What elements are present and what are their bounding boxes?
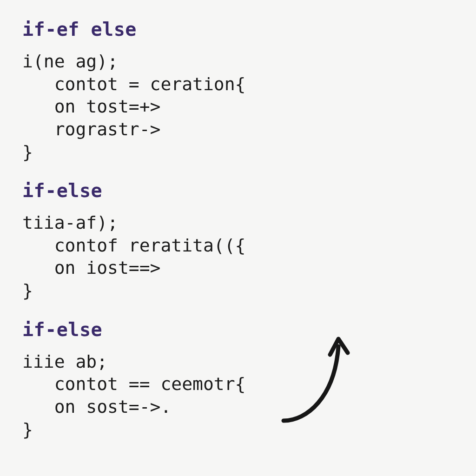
block-code: tiia-af); contof reratita(({ on iost==> … <box>22 212 457 302</box>
block-heading: if-else <box>22 319 457 340</box>
code-block-1: if-ef else i(ne ag); contot = ceration{ … <box>22 19 457 163</box>
document-page: if-ef else i(ne ag); contot = ceration{ … <box>0 0 476 476</box>
block-heading: if-ef else <box>22 19 457 40</box>
curved-arrow-icon <box>274 328 358 430</box>
block-heading: if-else <box>22 180 457 201</box>
block-code: iiie ab; contot == ceemotr{ on sost=->. … <box>22 350 457 441</box>
code-block-2: if-else tiia-af); contof reratita(({ on … <box>22 180 457 302</box>
block-code: i(ne ag); contot = ceration{ on tost=+> … <box>22 50 457 163</box>
code-block-3: if-else iiie ab; contot == ceemotr{ on s… <box>22 319 457 441</box>
